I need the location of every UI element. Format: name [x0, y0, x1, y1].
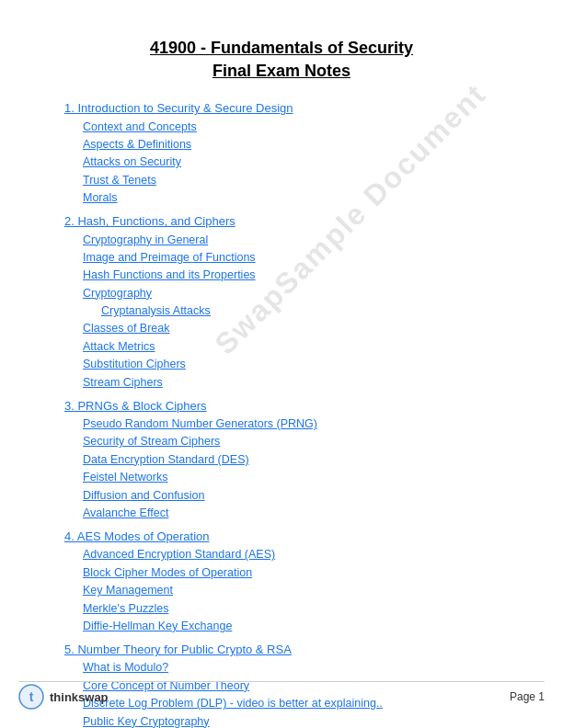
toc-item[interactable]: Diffusion and Confusion [83, 487, 499, 505]
toc-item[interactable]: Substitution Ciphers [83, 356, 499, 373]
toc-item[interactable]: Hash Functions and its Properties [83, 267, 499, 284]
logo-area: t thinkswap [18, 684, 109, 710]
toc-section[interactable]: 4. AES Modes of Operation [64, 528, 499, 546]
toc-item[interactable]: Block Cipher Modes of Operation [83, 564, 499, 582]
toc-item[interactable]: Cryptography in General [83, 232, 499, 249]
toc-item[interactable]: What is Modulo? [83, 659, 499, 677]
toc-item[interactable]: Aspects & Definitions [83, 136, 499, 154]
main-title: 41900 - Fundamentals of Security Final E… [64, 37, 499, 83]
toc-section[interactable]: 2. Hash, Functions, and Ciphers [64, 212, 499, 231]
toc-section[interactable]: 5. Number Theory for Public Crypto & RSA [64, 641, 499, 659]
toc-item[interactable]: Morals [83, 189, 499, 207]
toc-item[interactable]: Merkle's Puzzles [83, 600, 499, 618]
toc-item[interactable]: Key Management [83, 582, 499, 599]
svg-text:t: t [29, 689, 34, 704]
toc-item[interactable]: Pseudo Random Number Generators (PRNG) [83, 415, 499, 433]
toc-item[interactable]: Stream Ciphers [83, 374, 499, 392]
toc-section[interactable]: 3. PRNGs & Block Ciphers [64, 397, 499, 415]
footer-divider [18, 681, 545, 682]
toc-item[interactable]: Feistel Networks [83, 469, 499, 486]
toc-item[interactable]: Context and Concepts [83, 119, 499, 136]
toc-item[interactable]: Attack Metrics [83, 338, 499, 356]
toc-item[interactable]: Cryptography [83, 285, 499, 302]
toc-item[interactable]: Data Encryption Standard (DES) [83, 451, 499, 469]
toc-section[interactable]: 1. Introduction to Security & Secure Des… [64, 99, 499, 118]
toc-item[interactable]: Security of Stream Ciphers [83, 433, 499, 450]
footer: t thinkswap Page 1 [0, 684, 563, 710]
page-number: Page 1 [510, 690, 545, 703]
title-section: 41900 - Fundamentals of Security Final E… [64, 37, 499, 83]
title-line2: Final Exam Notes [213, 62, 350, 80]
toc-item[interactable]: Trust & Tenets [83, 172, 499, 189]
toc-item[interactable]: Diffie-Hellman Key Exchange [83, 618, 499, 635]
toc-item[interactable]: Classes of Break [83, 320, 499, 337]
logo-text: thinkswap [50, 690, 109, 704]
toc-item[interactable]: Image and Preimage of Functions [83, 249, 499, 267]
toc-item[interactable]: Advanced Encryption Standard (AES) [83, 546, 499, 563]
table-of-contents: 1. Introduction to Security & Secure Des… [64, 99, 499, 728]
toc-item[interactable]: Avalanche Effect [83, 505, 499, 522]
thinkswap-logo-icon: t [18, 684, 44, 710]
toc-item[interactable]: Public Key Cryptography [83, 713, 499, 728]
toc-item[interactable]: Cryptanalysis Attacks [101, 302, 499, 320]
page: 41900 - Fundamentals of Security Final E… [0, 0, 563, 728]
toc-item[interactable]: Attacks on Security [83, 154, 499, 171]
title-line1: 41900 - Fundamentals of Security [150, 39, 413, 57]
